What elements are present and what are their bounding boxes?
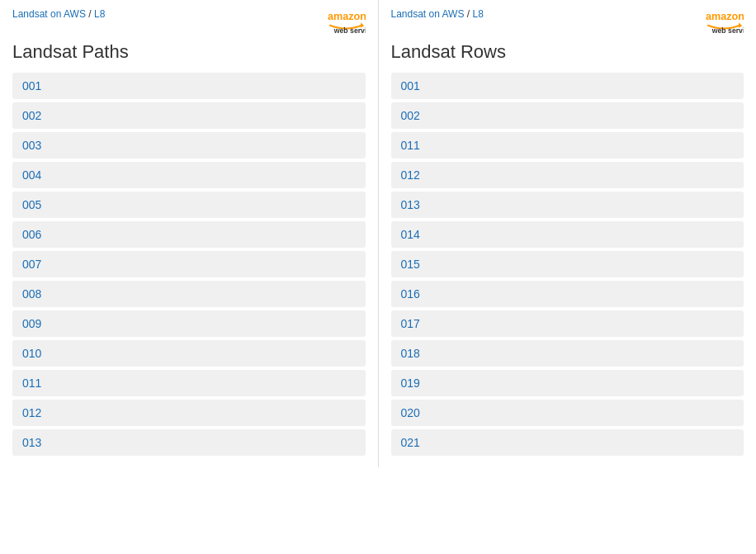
list-item[interactable]: 013: [391, 192, 744, 218]
right-aws-logo: amazon web services: [704, 8, 744, 33]
list-item[interactable]: 006: [12, 221, 366, 248]
left-header: Landsat on AWS / L8 amazon web services: [12, 8, 366, 33]
left-panel: Landsat on AWS / L8 amazon web services …: [0, 0, 378, 467]
list-item[interactable]: 020: [391, 400, 744, 426]
list-item[interactable]: 008: [12, 281, 366, 307]
list-item[interactable]: 010: [12, 340, 366, 367]
right-breadcrumb-link1[interactable]: Landsat on AWS: [391, 8, 465, 20]
list-item[interactable]: 001: [391, 73, 744, 99]
list-item[interactable]: 012: [12, 400, 366, 426]
list-item[interactable]: 019: [391, 370, 744, 396]
left-breadcrumb: Landsat on AWS / L8: [12, 8, 105, 20]
right-panel: Landsat on AWS / L8 amazon web services …: [379, 0, 757, 467]
list-item[interactable]: 021: [391, 429, 744, 456]
right-panel-title: Landsat Rows: [391, 41, 744, 63]
list-item[interactable]: 016: [391, 281, 744, 307]
left-panel-title: Landsat Paths: [12, 41, 366, 63]
right-list: 001002011012013014015016017018019020021: [391, 73, 744, 456]
svg-text:web services: web services: [711, 26, 744, 33]
list-item[interactable]: 012: [391, 162, 744, 188]
list-item[interactable]: 015: [391, 251, 744, 277]
svg-text:web services: web services: [333, 26, 365, 33]
list-item[interactable]: 009: [12, 310, 366, 337]
list-item[interactable]: 011: [12, 370, 366, 396]
list-item[interactable]: 004: [12, 162, 366, 188]
left-breadcrumb-link2[interactable]: L8: [94, 8, 105, 20]
list-item[interactable]: 005: [12, 192, 366, 218]
list-item[interactable]: 003: [12, 132, 366, 159]
list-item[interactable]: 002: [12, 102, 366, 129]
left-breadcrumb-sep: /: [88, 8, 94, 20]
left-breadcrumb-link1[interactable]: Landsat on AWS: [12, 8, 86, 20]
list-item[interactable]: 018: [391, 340, 744, 367]
svg-text:amazon: amazon: [327, 11, 365, 22]
list-item[interactable]: 007: [12, 251, 366, 277]
list-item[interactable]: 002: [391, 102, 744, 129]
svg-text:amazon: amazon: [706, 11, 744, 22]
list-item[interactable]: 014: [391, 221, 744, 248]
right-breadcrumb-link2[interactable]: L8: [472, 8, 483, 20]
left-list: 001002003004005006007008009010011012013: [12, 73, 366, 456]
left-aws-logo: amazon web services: [326, 8, 366, 33]
list-item[interactable]: 017: [391, 310, 744, 337]
right-breadcrumb: Landsat on AWS / L8: [391, 8, 484, 20]
list-item[interactable]: 011: [391, 132, 744, 159]
list-item[interactable]: 013: [12, 429, 366, 456]
right-header: Landsat on AWS / L8 amazon web services: [391, 8, 744, 33]
list-item[interactable]: 001: [12, 73, 366, 99]
